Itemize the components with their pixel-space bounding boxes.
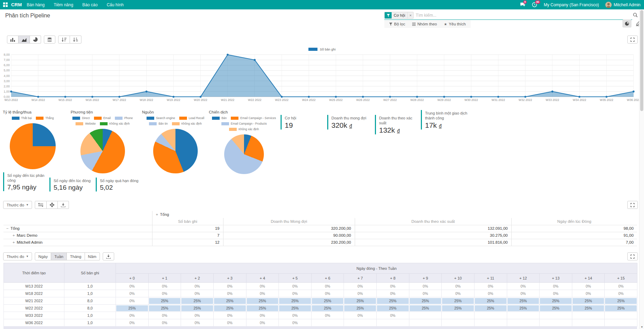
cohort-cell bbox=[377, 319, 409, 327]
user-menu[interactable]: Mitchell Admin bbox=[605, 2, 641, 8]
pivot-row-label[interactable]: +Mitchell Admin bbox=[3, 239, 152, 246]
svg-text:1,00: 1,00 bbox=[3, 90, 10, 93]
search-input[interactable] bbox=[416, 13, 632, 18]
page-title: Phân tích Pipeline bbox=[5, 13, 50, 19]
cohort-cell: 0% bbox=[279, 319, 312, 327]
cohort-offset-header: + 1 bbox=[148, 274, 181, 283]
cohort-offset-header: + 11 bbox=[474, 274, 507, 283]
cohort-col2-header: Số bản ghi bbox=[64, 263, 116, 283]
svg-text:W27 2022: W27 2022 bbox=[383, 98, 397, 102]
svg-text:W36 2022: W36 2022 bbox=[627, 98, 639, 102]
pie-legend-item[interactable]: Phone bbox=[115, 116, 133, 120]
pie-legend-item[interactable]: Thất bại bbox=[12, 116, 32, 120]
facet-remove-icon[interactable]: × bbox=[407, 12, 413, 18]
cohort-cell: 0% bbox=[213, 312, 246, 319]
legend-swatch bbox=[76, 122, 83, 125]
pivot-cell: 7 bbox=[152, 232, 223, 239]
pie-legend-item[interactable]: Lead Recall bbox=[179, 116, 204, 120]
cohort-cell: 0% bbox=[116, 290, 149, 297]
pie-legend-item[interactable]: Direct bbox=[72, 116, 89, 120]
scrollbar-thumb[interactable] bbox=[640, 10, 643, 111]
cohort-expand-button[interactable] bbox=[627, 252, 638, 260]
pie-chart[interactable] bbox=[10, 123, 56, 169]
pie-title: Nguồn bbox=[142, 110, 209, 114]
legend-swatch bbox=[149, 122, 157, 125]
cohort-cell: 0% bbox=[442, 283, 474, 290]
apps-menu-icon[interactable] bbox=[0, 2, 10, 7]
legend-swatch bbox=[231, 117, 238, 120]
pivot-measure-header[interactable]: Doanh thu theo xác suất bbox=[355, 218, 511, 225]
cohort-cell: 25% bbox=[474, 305, 507, 312]
svg-text:W18 2022: W18 2022 bbox=[140, 98, 153, 102]
nav-menu-item[interactable]: Tiềm năng bbox=[54, 2, 73, 7]
pie-legend-item[interactable]: Bán bbox=[212, 116, 227, 120]
cohort-cell bbox=[409, 319, 442, 327]
cohort-cell bbox=[474, 312, 507, 319]
pie-chart[interactable] bbox=[224, 134, 264, 174]
interval-button-ngày[interactable]: Ngày bbox=[35, 252, 51, 260]
pivot-row-label[interactable]: +Marc Demo bbox=[3, 232, 152, 239]
search-facet-label: Cơ hội bbox=[392, 12, 407, 18]
search-icon[interactable] bbox=[633, 13, 638, 17]
groupby-button[interactable]: Nhóm theo bbox=[409, 22, 440, 26]
pivot-row-label[interactable]: −Tổng bbox=[3, 225, 152, 232]
cohort-offset-header: + 4 bbox=[246, 274, 279, 283]
pivot-measure-header[interactable]: Doanh thu Mong đợi bbox=[223, 218, 355, 225]
pivot-col-group[interactable]: +Tổng bbox=[152, 211, 637, 218]
svg-text:W33 2022: W33 2022 bbox=[545, 98, 559, 102]
pivot-toolbar: Thước đo▼ bbox=[3, 201, 69, 209]
nav-menu-item[interactable]: Báo cáo bbox=[82, 2, 97, 7]
records-area-chart: 0,001,002,003,004,005,006,007,008,00W13 … bbox=[2, 42, 639, 104]
interval-button-tháng[interactable]: Tháng bbox=[67, 252, 85, 260]
table-row: W33 20221,00%0%0%0%0%0%0%0%0% bbox=[4, 312, 637, 319]
legend-swatch bbox=[72, 117, 80, 120]
pivot-measure-header[interactable]: Ngày đến lúc Đóng bbox=[511, 218, 637, 225]
currency-symbol: đ bbox=[439, 123, 442, 129]
pie-legend-item[interactable]: Không xác định bbox=[100, 122, 130, 126]
cohort-cell: 25% bbox=[507, 305, 540, 312]
pie-legend-item[interactable]: Email bbox=[94, 116, 111, 120]
favorites-button[interactable]: ★ Yêu thích bbox=[441, 22, 469, 26]
cohort-cell bbox=[409, 312, 442, 319]
cohort-cell: 25% bbox=[246, 297, 279, 305]
pie-legend-item[interactable]: Thắng bbox=[36, 116, 54, 120]
messages-icon[interactable]: 9 bbox=[520, 2, 526, 8]
cohort-col1-header: Thời điểm tạo bbox=[4, 263, 64, 283]
filters-button[interactable]: Bộ lọc bbox=[386, 22, 408, 26]
table-row: W21 20228,00%25%25%25%25%25%25%25%25%25%… bbox=[4, 297, 637, 305]
pivot-measure-header[interactable]: Số bản ghi bbox=[152, 218, 223, 225]
interval-button-năm[interactable]: Năm bbox=[85, 252, 100, 260]
pie-legend-item[interactable]: Bản tin bbox=[149, 122, 167, 126]
pie-legend-item[interactable]: Không xác định bbox=[229, 127, 259, 132]
pivot-expand-button[interactable] bbox=[627, 201, 638, 209]
svg-text:5,00: 5,00 bbox=[3, 69, 10, 72]
pie-legend-item[interactable]: Email Campaign - Services bbox=[231, 116, 276, 120]
cohort-offset-header: + 3 bbox=[213, 274, 246, 283]
pivot-download-button[interactable] bbox=[58, 201, 69, 209]
nav-menu-item[interactable]: Cấu hình bbox=[107, 2, 124, 7]
pie-legend-item[interactable]: Search engine bbox=[147, 116, 175, 120]
cohort-cell: 0% bbox=[246, 312, 279, 319]
cohort-measures-button[interactable]: Thước đo▼ bbox=[3, 252, 32, 260]
filter-facet-icon bbox=[385, 12, 392, 18]
pie-legend-item[interactable]: Email Campaign - Products bbox=[221, 122, 267, 126]
interval-button-tuần[interactable]: Tuần bbox=[51, 252, 67, 260]
cohort-cell: 25% bbox=[148, 305, 181, 312]
scroll-down-arrow[interactable]: ▼ bbox=[639, 326, 644, 329]
app-name[interactable]: CRM bbox=[11, 2, 22, 7]
pie-legend-item[interactable]: Website bbox=[76, 122, 96, 126]
pivot-cell: 132.091,00 bbox=[355, 225, 511, 232]
page-scrollbar: ▼ bbox=[639, 9, 644, 329]
pivot-measures-button[interactable]: Thước đo▼ bbox=[3, 201, 32, 209]
insert-in-spreadsheet-button[interactable] bbox=[622, 19, 631, 28]
cohort-cell: 25% bbox=[572, 305, 605, 312]
activities-clock-icon[interactable]: 46 bbox=[532, 2, 537, 8]
pie-chart[interactable] bbox=[153, 129, 198, 173]
expand-all-button[interactable] bbox=[47, 201, 58, 209]
cohort-download-button[interactable] bbox=[103, 252, 114, 260]
company-switcher[interactable]: My Company (San Francisco) bbox=[544, 2, 599, 7]
flip-axis-button[interactable] bbox=[35, 201, 47, 209]
pie-chart[interactable] bbox=[80, 129, 125, 173]
nav-menu-item[interactable]: Bán hàng bbox=[27, 2, 45, 7]
pie-legend-item[interactable]: Không xác định bbox=[172, 122, 202, 126]
